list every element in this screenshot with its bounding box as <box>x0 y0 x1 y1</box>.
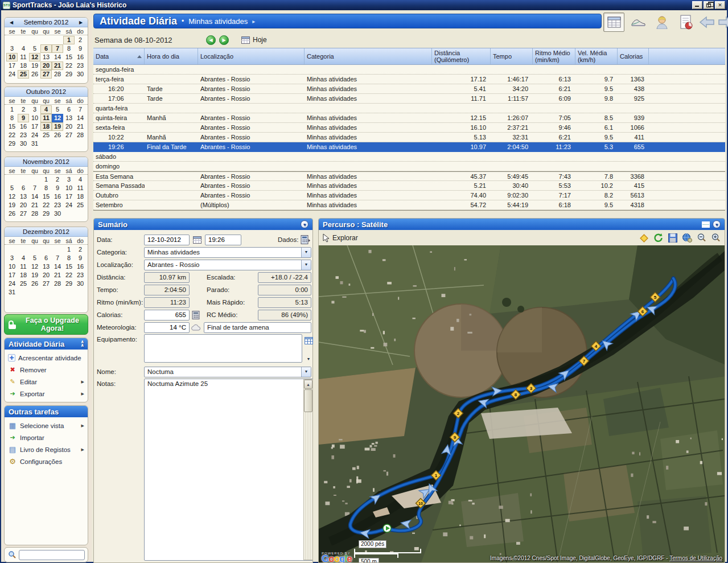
calendar-day[interactable]: 18 <box>18 61 29 70</box>
calendar-day[interactable]: 13 <box>18 192 29 201</box>
calendar-day[interactable]: 2 <box>75 36 86 44</box>
explore-cursor-icon[interactable] <box>322 233 330 243</box>
calendar-day[interactable]: 26 <box>29 70 40 79</box>
calendar-day[interactable]: 7 <box>29 184 40 192</box>
data-tracks-button[interactable] <box>300 235 310 245</box>
today-button[interactable]: Hoje <box>241 36 267 44</box>
sidebar-item-acrescentar-atividade[interactable]: ✚Acrescentar atividade <box>5 352 88 364</box>
table-row[interactable]: 10:22ManhãAbrantes - RossioMinhas ativid… <box>93 133 725 142</box>
category-dropdown[interactable]: Minhas atividades▼ <box>144 247 311 258</box>
calendar-day[interactable]: 5 <box>29 44 40 53</box>
table-row[interactable]: domingo <box>93 162 725 171</box>
calendar-day[interactable]: 10 <box>63 184 75 192</box>
calendar-day[interactable]: 19 <box>29 271 40 280</box>
calendar-day[interactable]: 14 <box>75 114 86 122</box>
calendar-day[interactable]: 19 <box>29 61 40 70</box>
calendar-day[interactable]: 22 <box>63 271 75 280</box>
previous-month-button[interactable]: ◀ <box>8 19 15 26</box>
calendar-day[interactable]: 13 <box>63 114 75 122</box>
calendar-day[interactable]: 9 <box>75 44 86 53</box>
calendar-day[interactable]: 21 <box>52 271 63 280</box>
map-layers-icon[interactable] <box>702 221 710 228</box>
calendar-day[interactable]: 28 <box>29 209 40 218</box>
calendar-day[interactable]: 6 <box>18 184 29 192</box>
table-row[interactable]: 16:20TardeAbrantes - RossioMinhas ativid… <box>93 84 725 94</box>
sidebar-item-exportar[interactable]: ➔Exportar▶ <box>5 388 88 400</box>
next-month-button[interactable]: ▶ <box>77 19 84 26</box>
calendar-day[interactable]: 8 <box>63 44 75 53</box>
close-button[interactable]: ✕ <box>715 1 725 9</box>
column-header-localizacao[interactable]: Localização <box>198 48 305 64</box>
table-row[interactable]: terça-feiraAbrantes - RossioMinhas ativi… <box>93 75 725 84</box>
table-row-selected[interactable]: 19:26Final da TardeAbrantes - RossioMinh… <box>93 142 725 152</box>
globe-settings-icon[interactable] <box>682 233 693 243</box>
calendar-day[interactable]: 24 <box>63 201 75 209</box>
calendar-day[interactable]: 4 <box>18 254 29 262</box>
calendar-day[interactable]: 3 <box>6 44 18 53</box>
calendar-day[interactable]: 20 <box>18 201 29 209</box>
chevron-down-icon[interactable]: ▼ <box>301 260 311 270</box>
equipment-dropdown-button[interactable]: ▼ <box>303 354 314 364</box>
calendar-day[interactable]: 13 <box>40 53 52 61</box>
calendar-day[interactable]: 6 <box>40 254 52 262</box>
zoom-out-icon[interactable] <box>697 233 707 243</box>
google-logo[interactable]: POWERED BY Google <box>322 551 352 561</box>
calendar-day[interactable]: 29 <box>63 70 75 79</box>
zoom-in-icon[interactable] <box>711 233 721 243</box>
date-input[interactable] <box>144 235 190 245</box>
calendar-day[interactable]: 26 <box>52 131 63 139</box>
calendar-day[interactable]: 12 <box>29 262 40 271</box>
calendar-day[interactable]: 25 <box>75 201 86 209</box>
column-header-calorias[interactable]: Calorias <box>618 48 649 64</box>
calendar-day[interactable]: 3 <box>6 254 18 262</box>
calendar-day[interactable]: 18 <box>18 271 29 280</box>
table-row[interactable]: Semana PassadaAbrantes - RossioMinhas at… <box>93 181 725 191</box>
calendar-day[interactable]: 31 <box>6 288 18 297</box>
column-header-hora[interactable]: Hora do dia <box>145 48 198 64</box>
table-row[interactable]: sábado <box>93 152 725 162</box>
sidebar-item-editar[interactable]: ✎Editar▶ <box>5 376 88 388</box>
reports-view-button[interactable] <box>675 13 696 32</box>
maximize-button[interactable] <box>704 1 714 9</box>
minimize-button[interactable] <box>692 1 702 9</box>
table-row[interactable]: 17:06TardeAbrantes - RossioMinhas ativid… <box>93 94 725 104</box>
waypoint-diamond-icon[interactable] <box>639 233 649 243</box>
calendar-day[interactable]: 16 <box>75 53 86 61</box>
calendar-day[interactable]: 20 <box>40 271 52 280</box>
calendar-day[interactable]: 28 <box>52 280 63 288</box>
sidebar-item-livro-de-registos[interactable]: ▤Livro de Registos▶ <box>5 443 88 455</box>
calendar-day[interactable]: 7 <box>75 105 86 114</box>
calendar-day[interactable]: 22 <box>63 61 75 70</box>
refresh-icon[interactable] <box>653 233 664 243</box>
calendar-day[interactable]: 17 <box>29 122 40 131</box>
equipment-list-button[interactable] <box>303 335 314 346</box>
calendar-day[interactable]: 23 <box>75 61 86 70</box>
calendar-day[interactable]: 9 <box>75 254 86 262</box>
calendar-day[interactable]: 15 <box>40 192 52 201</box>
calendar-day[interactable]: 30 <box>52 209 63 218</box>
calendar-day[interactable]: 10 <box>6 262 18 271</box>
scrollbar-thumb[interactable] <box>304 389 312 412</box>
column-header-tempo[interactable]: Tempo <box>491 48 533 64</box>
sidebar-item-configurações[interactable]: ⚙Configurações <box>5 455 88 467</box>
table-row[interactable]: quinta-feiraManhãAbrantes - RossioMinhas… <box>93 113 725 123</box>
calendar-day[interactable]: 1 <box>63 36 75 44</box>
table-row[interactable]: quarta-feira <box>93 104 725 113</box>
calendar-day[interactable]: 21 <box>29 201 40 209</box>
calendar-day[interactable]: 2 <box>52 175 63 184</box>
calendar-day[interactable]: 8 <box>6 114 18 122</box>
calendar-day[interactable]: 7 <box>52 44 63 53</box>
calendar-day[interactable]: 6 <box>63 105 75 114</box>
calendar-day[interactable]: 11 <box>18 53 29 61</box>
calendar-day[interactable]: 25 <box>40 131 52 139</box>
calendar-day[interactable]: 24 <box>29 131 40 139</box>
sidebar-search-input[interactable] <box>19 550 85 560</box>
table-row[interactable]: sexta-feiraAbrantes - RossioMinhas ativi… <box>93 123 725 133</box>
calendar-day[interactable]: 17 <box>6 61 18 70</box>
calendar-day[interactable]: 14 <box>52 262 63 271</box>
calendar-day[interactable]: 25 <box>18 280 29 288</box>
calendar-day[interactable]: 26 <box>29 280 40 288</box>
calendar-day[interactable]: 7 <box>52 254 63 262</box>
calendar-day[interactable]: 27 <box>40 280 52 288</box>
calendar-day[interactable]: 27 <box>18 209 29 218</box>
